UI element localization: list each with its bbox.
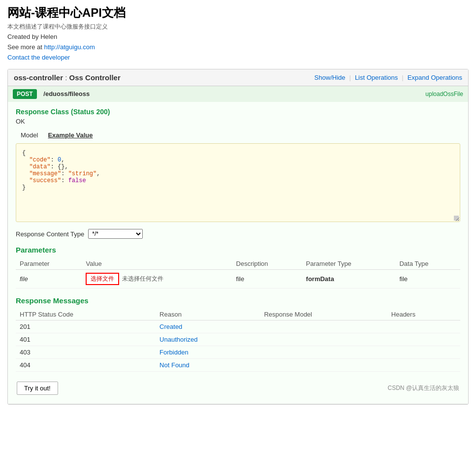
col-parameter: Parameter — [16, 258, 82, 270]
endpoint-operation-name: uploadOssFile — [425, 91, 463, 97]
controller-colon: : — [65, 73, 69, 82]
reason-403: Forbidden — [156, 346, 260, 359]
response-class-title: Response Class (Status 200) — [16, 108, 460, 116]
model-tabs: Model Example Value — [16, 130, 460, 140]
tab-model[interactable]: Model — [16, 130, 43, 140]
response-messages-title: Response Messages — [16, 296, 460, 305]
see-more-link[interactable]: http://atguigu.com — [44, 43, 95, 51]
controller-header: oss-controller : Oss Controller Show/Hid… — [8, 69, 468, 86]
col-data-type: Data Type — [395, 258, 460, 270]
param-value-cell: 选择文件 未选择任何文件 — [82, 270, 232, 289]
endpoint-path: /eduoss/fileoss — [43, 90, 90, 97]
tab-example-value[interactable]: Example Value — [43, 130, 97, 140]
page-subtitle: 本文档描述了课程中心微服务接口定义 — [7, 23, 469, 31]
headers-201 — [387, 321, 460, 333]
controller-title: oss-controller : Oss Controller — [14, 73, 121, 82]
contact-link[interactable]: Contact the developer — [7, 54, 70, 61]
show-hide-link[interactable]: Show/Hide — [315, 74, 346, 81]
col-description: Description — [232, 258, 302, 270]
code-line-4: "message": "string", — [22, 170, 454, 177]
method-badge: POST — [13, 89, 37, 99]
endpoint-header[interactable]: POST /eduoss/fileoss uploadOssFile — [8, 86, 468, 102]
watermark-text: CSDN @认真生活的灰太狼 — [387, 384, 459, 392]
page-title: 网站-课程中心API文档 — [7, 5, 469, 21]
col-response-model: Response Model — [260, 309, 387, 321]
meta-created: Created by Helen — [7, 33, 469, 40]
footer-bar: Try it out! CSDN @认真生活的灰太狼 — [16, 379, 460, 398]
headers-404 — [387, 359, 460, 372]
headers-401 — [387, 333, 460, 346]
choose-file-button[interactable]: 选择文件 — [86, 273, 119, 285]
model-201 — [260, 321, 387, 333]
col-reason: Reason — [156, 309, 260, 321]
param-name-file: file — [16, 270, 82, 289]
try-it-out-button[interactable]: Try it out! — [17, 382, 58, 395]
status-code-201: 201 — [16, 321, 156, 333]
param-type-file: formData — [302, 270, 396, 289]
response-status-text: OK — [16, 118, 460, 125]
controller-actions: Show/Hide | List Operations | Expand Ope… — [315, 74, 462, 81]
code-line-2: "code": 0, — [22, 157, 454, 163]
code-line-5: "success": false — [22, 177, 454, 184]
response-content-type-select[interactable]: */* application/json text/plain — [88, 229, 143, 239]
meta-see-more: See more at http://atguigu.com — [7, 43, 469, 51]
status-code-401: 401 — [16, 333, 156, 346]
reason-404: Not Found — [156, 359, 260, 372]
table-row: 403 Forbidden — [16, 346, 460, 359]
parameters-table: Parameter Value Description Parameter Ty… — [16, 258, 460, 289]
parameters-title: Parameters — [16, 246, 460, 254]
status-code-403: 403 — [16, 346, 156, 359]
model-403 — [260, 346, 387, 359]
col-value: Value — [82, 258, 232, 270]
messages-header-row: HTTP Status Code Reason Response Model H… — [16, 309, 460, 321]
col-parameter-type: Parameter Type — [302, 258, 396, 270]
controller-id: oss-controller — [14, 73, 63, 82]
status-code-404: 404 — [16, 359, 156, 372]
table-row: file 选择文件 未选择任何文件 file formData file — [16, 270, 460, 289]
table-row: 404 Not Found — [16, 359, 460, 372]
response-content-type-label: Response Content Type — [16, 230, 84, 238]
reason-401: Unauthorized — [156, 333, 260, 346]
headers-403 — [387, 346, 460, 359]
code-line-1: { — [22, 150, 454, 157]
model-401 — [260, 333, 387, 346]
code-line-3: "data": {}, — [22, 163, 454, 170]
controller-name: Oss Controller — [69, 73, 121, 82]
endpoint-block: POST /eduoss/fileoss uploadOssFile Respo… — [8, 86, 468, 404]
see-more-label: See more at — [7, 43, 42, 51]
col-http-status: HTTP Status Code — [16, 309, 156, 321]
param-description-file: file — [232, 270, 302, 289]
expand-operations-link[interactable]: Expand Operations — [408, 74, 462, 81]
meta-contact: Contact the developer — [7, 54, 469, 61]
table-row: 201 Created — [16, 321, 460, 333]
response-messages-table: HTTP Status Code Reason Response Model H… — [16, 309, 460, 372]
code-example-block: { "code": 0, "data": {}, "message": "str… — [16, 143, 460, 222]
params-header-row: Parameter Value Description Parameter Ty… — [16, 258, 460, 270]
model-404 — [260, 359, 387, 372]
table-row: 401 Unauthorized — [16, 333, 460, 346]
resize-handle[interactable] — [454, 216, 459, 221]
response-content-type-row: Response Content Type */* application/js… — [16, 229, 460, 239]
controller-section: oss-controller : Oss Controller Show/Hid… — [7, 69, 469, 405]
endpoint-body: Response Class (Status 200) OK Model Exa… — [8, 102, 468, 404]
list-operations-link[interactable]: List Operations — [355, 74, 398, 81]
created-by-label: Created by Helen — [7, 33, 57, 40]
file-input-wrapper: 选择文件 未选择任何文件 — [86, 273, 228, 285]
reason-201: Created — [156, 321, 260, 333]
param-data-type-file: file — [395, 270, 460, 289]
col-headers: Headers — [387, 309, 460, 321]
no-file-label: 未选择任何文件 — [122, 275, 163, 283]
code-line-6: } — [22, 184, 454, 191]
